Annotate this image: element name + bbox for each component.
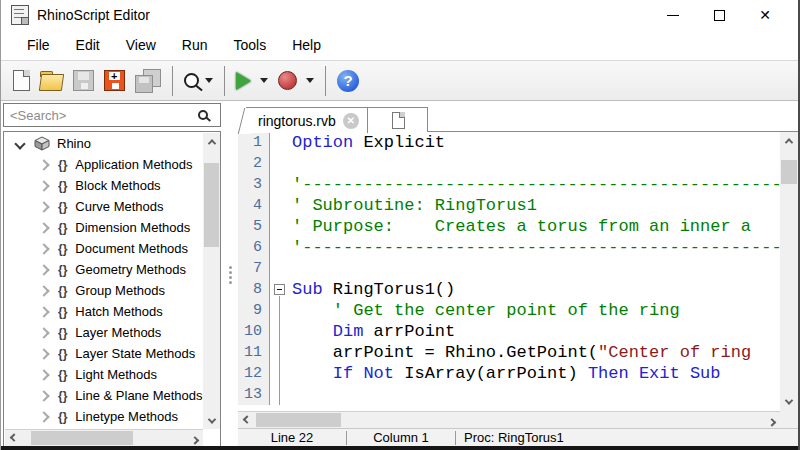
code-line-5[interactable]: 5' Purpose: Creates a torus from an inne… xyxy=(238,216,780,237)
minimize-button[interactable] xyxy=(650,0,696,30)
code-line-9[interactable]: 9 ' Get the center point of the ring xyxy=(238,300,780,321)
code-text[interactable]: '---------------------------------------… xyxy=(292,237,780,258)
fold-collapse-icon[interactable] xyxy=(274,284,285,295)
chevron-right-icon[interactable] xyxy=(38,159,49,170)
chevron-right-icon[interactable] xyxy=(38,411,49,422)
close-button[interactable]: ✕ xyxy=(742,0,788,30)
help-button[interactable]: ? xyxy=(332,65,364,97)
scroll-up-button[interactable] xyxy=(203,133,220,150)
editor-horizontal-scrollbar[interactable] xyxy=(238,411,780,428)
tab-ringtorus[interactable]: ringtorus.rvb ✕ xyxy=(246,107,368,133)
save-incremental-button[interactable]: + xyxy=(99,65,130,97)
break-dropdown-icon[interactable] xyxy=(306,78,314,83)
chevron-right-icon[interactable] xyxy=(38,222,49,233)
menu-item-tools[interactable]: Tools xyxy=(220,32,279,58)
tab-close-icon[interactable]: ✕ xyxy=(343,113,359,129)
tree-item-linetype-methods[interactable]: {}Linetype Methods xyxy=(4,406,203,427)
chevron-right-icon[interactable] xyxy=(38,306,49,317)
chevron-right-icon[interactable] xyxy=(38,285,49,296)
save-button[interactable] xyxy=(68,65,99,97)
tree-item-group-methods[interactable]: {}Group Methods xyxy=(4,280,203,301)
tab-new[interactable] xyxy=(366,107,428,132)
code-line-11[interactable]: 11 arrPoint = Rhino.GetPoint("Center of … xyxy=(238,342,780,363)
run-dropdown-icon[interactable] xyxy=(260,78,268,83)
search-field-magnifier-icon[interactable] xyxy=(198,110,208,120)
code-text[interactable]: Sub RingTorus1() xyxy=(292,279,780,300)
tree-item-rhino[interactable]: Rhino xyxy=(4,133,203,154)
tree-item-layer-methods[interactable]: {}Layer Methods xyxy=(4,322,203,343)
code-line-13[interactable]: 13 xyxy=(238,384,780,405)
maximize-button[interactable] xyxy=(696,0,742,30)
code-text[interactable]: '---------------------------------------… xyxy=(292,174,780,195)
tree-item-hatch-methods[interactable]: {}Hatch Methods xyxy=(4,301,203,322)
code-text[interactable]: If Not IsArray(arrPoint) Then Exit Sub xyxy=(292,363,780,384)
scroll-right-button[interactable] xyxy=(763,412,780,429)
menu-item-edit[interactable]: Edit xyxy=(63,32,113,58)
scrollbar-thumb[interactable] xyxy=(256,413,341,427)
new-file-button[interactable] xyxy=(8,65,35,97)
tree-horizontal-scrollbar[interactable] xyxy=(5,429,203,446)
scroll-left-button[interactable] xyxy=(5,430,22,447)
code-line-7[interactable]: 7 xyxy=(238,258,780,279)
run-script-button[interactable] xyxy=(231,65,273,97)
chevron-right-icon[interactable] xyxy=(38,243,49,254)
code-line-4[interactable]: 4' Subroutine: RingTorus1 xyxy=(238,195,780,216)
code-text[interactable]: arrPoint = Rhino.GetPoint("Center of rin… xyxy=(292,342,780,363)
search-dropdown-icon[interactable] xyxy=(205,78,213,83)
scroll-down-button[interactable] xyxy=(780,393,798,410)
tree-item-geometry-methods[interactable]: {}Geometry Methods xyxy=(4,259,203,280)
open-file-button[interactable] xyxy=(35,65,68,97)
code-text[interactable] xyxy=(292,384,780,405)
search-input[interactable]: <Search> xyxy=(3,103,221,127)
tree-item-application-methods[interactable]: {}Application Methods xyxy=(4,154,203,175)
search-button[interactable] xyxy=(179,65,218,97)
code-text[interactable] xyxy=(292,258,780,279)
code-line-1[interactable]: 1Option Explicit xyxy=(238,132,780,153)
magnifier-icon xyxy=(184,73,199,88)
tree-item-light-methods[interactable]: {}Light Methods xyxy=(4,364,203,385)
code-text[interactable]: ' Subroutine: RingTorus1 xyxy=(292,195,780,216)
scroll-left-button[interactable] xyxy=(238,412,255,429)
tree-item-line-plane-methods[interactable]: {}Line & Plane Methods xyxy=(4,385,203,406)
code-line-6[interactable]: 6'--------------------------------------… xyxy=(238,237,780,258)
chevron-right-icon[interactable] xyxy=(38,369,49,380)
menu-item-file[interactable]: File xyxy=(14,32,63,58)
chevron-right-icon[interactable] xyxy=(38,180,49,191)
code-text[interactable]: Dim arrPoint xyxy=(292,321,780,342)
scrollbar-thumb[interactable] xyxy=(204,163,219,247)
code-line-10[interactable]: 10 Dim arrPoint xyxy=(238,321,780,342)
scroll-up-button[interactable] xyxy=(780,132,798,149)
code-text[interactable]: ' Purpose: Creates a torus from an inner… xyxy=(292,216,780,237)
editor-vertical-scrollbar[interactable] xyxy=(780,132,798,410)
chevron-right-icon[interactable] xyxy=(38,327,49,338)
menu-item-run[interactable]: Run xyxy=(169,32,221,58)
panel-splitter[interactable] xyxy=(223,102,238,447)
chevron-down-icon[interactable] xyxy=(14,138,25,149)
tree-vertical-scrollbar[interactable] xyxy=(203,133,220,429)
tree-item-dimension-methods[interactable]: {}Dimension Methods xyxy=(4,217,203,238)
code-line-8[interactable]: 8Sub RingTorus1() xyxy=(238,279,780,300)
menu-item-help[interactable]: Help xyxy=(279,32,334,58)
code-text[interactable]: Option Explicit xyxy=(292,132,780,153)
code-line-12[interactable]: 12 If Not IsArray(arrPoint) Then Exit Su… xyxy=(238,363,780,384)
tree-item-document-methods[interactable]: {}Document Methods xyxy=(4,238,203,259)
tree-item-curve-methods[interactable]: {}Curve Methods xyxy=(4,196,203,217)
tree-item-layer-state-methods[interactable]: {}Layer State Methods xyxy=(4,343,203,364)
menu-item-view[interactable]: View xyxy=(113,32,169,58)
chevron-right-icon[interactable] xyxy=(38,348,49,359)
chevron-right-icon[interactable] xyxy=(38,390,49,401)
break-script-button[interactable] xyxy=(273,65,319,97)
tree-item-block-methods[interactable]: {}Block Methods xyxy=(4,175,203,196)
save-all-button[interactable] xyxy=(130,65,166,97)
code-editor[interactable]: 1Option Explicit23'---------------------… xyxy=(238,132,780,410)
code-line-3[interactable]: 3'--------------------------------------… xyxy=(238,174,780,195)
scroll-right-button[interactable] xyxy=(186,430,203,447)
scrollbar-thumb[interactable] xyxy=(781,160,797,184)
code-line-2[interactable]: 2 xyxy=(238,153,780,174)
scrollbar-thumb[interactable] xyxy=(31,431,133,445)
code-text[interactable]: ' Get the center point of the ring xyxy=(292,300,780,321)
code-text[interactable] xyxy=(292,153,780,174)
scroll-down-button[interactable] xyxy=(203,412,220,429)
chevron-right-icon[interactable] xyxy=(38,264,49,275)
chevron-right-icon[interactable] xyxy=(38,201,49,212)
